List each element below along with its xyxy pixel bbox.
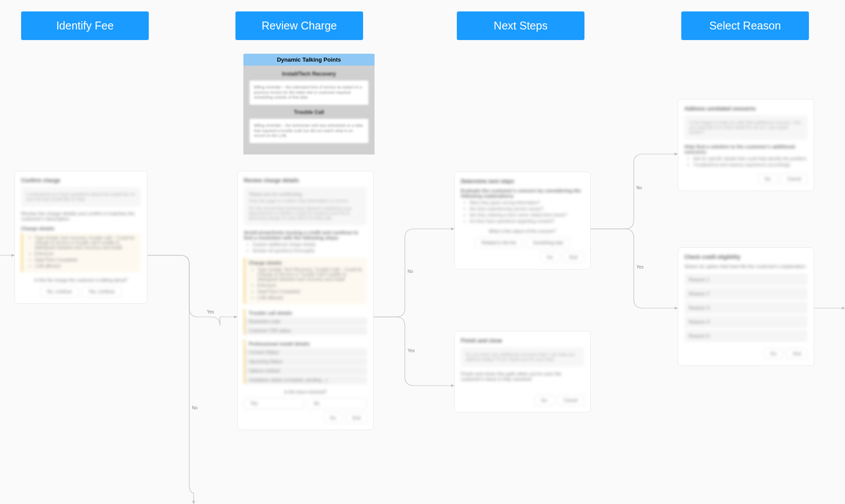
callout-line: On the record that technician [Name] com…	[249, 206, 362, 221]
card-title: Confirm charge	[21, 177, 141, 184]
list-item: Type (install, tech recovery, trouble ca…	[35, 235, 137, 250]
detail-row: Options method	[245, 367, 367, 375]
dtp-section-title: Install/Tech Recovery	[250, 71, 368, 77]
callout-line: View the page to confirm that informatio…	[249, 199, 362, 203]
end-button[interactable]: End	[346, 412, 367, 423]
list-item: Were they given wrong information?	[470, 200, 584, 205]
list-item: Do they have questions regarding consent…	[470, 219, 584, 224]
column-header-review-charge: Review Charge	[235, 11, 363, 40]
no-button[interactable]: No	[307, 398, 367, 409]
card-callout: I'd be happy to help you with that addit…	[684, 115, 808, 140]
dtp-section-body: Billing reminder – the estimated time of…	[250, 81, 368, 105]
section-label: Professional install details	[245, 339, 367, 346]
card-question: Is the issue resolved?	[244, 390, 367, 394]
detail-row: Resolution code	[245, 317, 367, 326]
reason-option[interactable]: Reason 2	[684, 287, 808, 300]
card-question: What is the nature of the concern?	[461, 229, 584, 234]
connector-label-yes: Yes	[408, 348, 415, 353]
go-button[interactable]: Go	[764, 348, 783, 359]
something-else-button[interactable]: Something else	[526, 237, 570, 248]
list-item: LOB affected	[257, 295, 364, 300]
card-review-charge: Review charge details Thank you for conf…	[237, 171, 374, 430]
avoid-heading: Avoid proactively issuing a credit and c…	[244, 230, 367, 240]
yes-continue-button[interactable]: Yes, continue	[82, 286, 121, 297]
card-description: Evaluate the customer's concern by consi…	[461, 188, 584, 199]
go-button[interactable]: Go	[535, 395, 554, 406]
list-item: Explain additional charge details	[253, 242, 367, 247]
yes-button[interactable]: Yes	[244, 398, 304, 409]
reason-option[interactable]: Reason 4	[684, 316, 808, 328]
list-item: Type (Install, Tech Recovery, Trouble Ca…	[257, 267, 364, 282]
column-header-identify-fee: Identify Fee	[21, 11, 149, 40]
list-item: Answer all questions thoroughly	[253, 248, 367, 253]
detail-row: Upcoming Status	[245, 357, 367, 366]
go-button[interactable]: Go	[758, 173, 777, 184]
go-button[interactable]: Go	[323, 412, 342, 423]
charge-details-block: Type (install, tech recovery, trouble ca…	[21, 233, 141, 272]
detail-row: Installation status (complete, pending…)	[245, 376, 367, 384]
card-finish-and-close: Finish and close Do you have any additio…	[454, 331, 591, 412]
prof-install-block: Professional install details Connect Sta…	[244, 339, 367, 384]
card-address-concerns: Address unrelated concerns I'd be happy …	[678, 99, 814, 191]
connector-label-no: No	[192, 405, 198, 410]
list-item: Date/Time Completed	[257, 289, 364, 294]
card-question: Is this the charge the customer is talki…	[21, 278, 141, 283]
trouble-call-block: Trouble call details Resolution code Cus…	[244, 309, 367, 335]
card-callout: Thank you for confirming. View the page …	[244, 187, 367, 225]
go-button[interactable]: Go	[540, 252, 559, 263]
card-callout: I understand you have questions about th…	[21, 187, 141, 206]
list-item: Are they experiencing service issues?	[470, 206, 584, 211]
dtp-body: Install/Tech Recovery Billing reminder –…	[243, 66, 375, 155]
section-label: Charge details	[249, 260, 364, 265]
section-label: Charge details	[21, 226, 141, 231]
card-determine-next-steps: Determine next steps Evaluate the custom…	[454, 172, 591, 269]
card-description: Help find a solution to the customer's a…	[684, 144, 808, 155]
dtp-section-body: Billing reminder – the technician visit …	[250, 119, 368, 143]
card-description: Select an option that best fits the cust…	[684, 264, 808, 269]
card-callout: Do you have any additional concerns that…	[461, 347, 584, 367]
end-button[interactable]: End	[786, 348, 808, 359]
column-header-select-reason: Select Reason	[681, 11, 809, 40]
connector-label-yes: Yes	[207, 309, 214, 314]
reason-option[interactable]: Reason 5	[684, 330, 808, 342]
related-fee-button[interactable]: Related to the fee	[475, 237, 523, 248]
card-credit-eligibility: Check credit eligibility Select an optio…	[678, 247, 814, 366]
list-item: $ Amount	[257, 283, 364, 288]
callout-title: Thank you for confirming.	[249, 192, 362, 197]
reason-option[interactable]: Reason 1	[684, 273, 808, 286]
end-button[interactable]: End	[563, 252, 584, 263]
card-title: Review charge details	[244, 177, 367, 184]
list-item: $ Amount	[35, 251, 137, 256]
connector-label-no: No	[636, 185, 642, 190]
dtp-section-install: Install/Tech Recovery Billing reminder –…	[250, 71, 368, 105]
list-item: LOB affected	[35, 264, 137, 269]
connector-label-no: No	[408, 269, 413, 274]
no-continue-button[interactable]: No, continue	[40, 286, 78, 297]
detail-row: Connect Status	[245, 348, 367, 357]
section-label: Trouble call details	[245, 309, 367, 316]
dtp-header: Dynamic Talking Points	[243, 54, 375, 66]
dtp-section-title: Trouble Call	[250, 109, 368, 115]
list-item: Date/Time Completed	[35, 258, 137, 262]
connector-label-yes: Yes	[636, 265, 643, 269]
card-title: Finish and close	[461, 338, 584, 344]
list-item: Are they claiming a tech never visited t…	[470, 213, 584, 217]
card-description: Review the charge details and confirm it…	[21, 211, 141, 221]
card-description: Finish and close this path when you're s…	[461, 371, 584, 382]
cancel-button[interactable]: Cancel	[781, 173, 808, 184]
card-title: Determine next steps	[461, 178, 584, 184]
dtp-section-trouble: Trouble Call Billing reminder – the tech…	[250, 109, 368, 143]
cancel-button[interactable]: Cancel	[557, 395, 584, 406]
list-item: Troubleshoot and express experience acco…	[693, 162, 808, 167]
detail-row: Customer CPE status	[245, 327, 367, 335]
card-title: Address unrelated concerns	[684, 106, 808, 112]
column-header-next-steps: Next Steps	[457, 11, 584, 40]
reason-option[interactable]: Reason 3	[684, 302, 808, 314]
charge-details-block: Charge details Type (Install, Tech Recov…	[244, 258, 367, 304]
dynamic-talking-points-panel: Dynamic Talking Points Install/Tech Reco…	[243, 54, 375, 155]
card-title: Check credit eligibility	[684, 254, 808, 260]
list-item: Ask for specific details that could help…	[693, 156, 808, 161]
card-confirm-charge: Confirm charge I understand you have que…	[15, 171, 147, 304]
